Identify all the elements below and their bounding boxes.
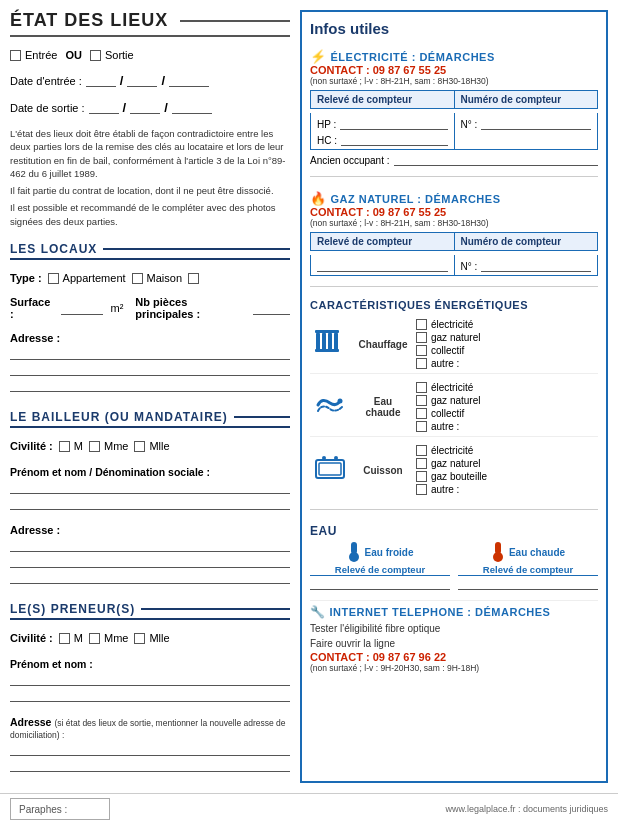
electricite-section: ⚡ ÉLECTRICITÉ : DÉMARCHES CONTACT : 09 8…: [310, 45, 598, 166]
electricite-contact-label: CONTACT : 09 87 67 55 25: [310, 64, 446, 76]
hp-cell: HP : HC :: [311, 113, 455, 149]
date-sortie-row: Date de sortie : / /: [10, 100, 290, 115]
appartement-checkbox[interactable]: [48, 273, 59, 284]
surface-row: Surface : m² Nb pièces principales :: [10, 296, 290, 320]
eau-froide-item: Eau froide Relevé de compteur: [310, 542, 450, 590]
fire-icon: 🔥: [310, 191, 327, 206]
entree-option[interactable]: Entrée: [10, 49, 57, 61]
svg-rect-16: [497, 552, 499, 559]
eauchaude-collectif[interactable]: collectif: [416, 408, 598, 419]
surface-input[interactable]: [61, 302, 102, 315]
chauffage-gaz[interactable]: gaz naturel: [416, 332, 598, 343]
preneur-m-option[interactable]: M: [59, 632, 83, 644]
date-sortie-month[interactable]: [130, 101, 160, 114]
maison-option[interactable]: Maison: [132, 272, 182, 284]
cuisson-elec[interactable]: électricité: [416, 445, 598, 456]
gaz-numero-header: Numéro de compteur: [455, 233, 598, 250]
bailleur-civilite-row: Civilité : M Mme Mlle: [10, 440, 290, 452]
gaz-numero-cell: N° :: [455, 255, 598, 275]
sortie-checkbox[interactable]: [90, 50, 101, 61]
electricite-title: ⚡ ÉLECTRICITÉ : DÉMARCHES: [310, 49, 598, 64]
eau-froide-line: [310, 578, 450, 590]
bailleur-m-option[interactable]: M: [59, 440, 83, 452]
internet-text: Tester l'éligibilité fibre optique Faire…: [310, 621, 598, 651]
sortie-option[interactable]: Sortie: [90, 49, 134, 61]
footer: Paraphes : www.legalplace.fr : documents…: [0, 793, 618, 824]
internet-title: 🔧 INTERNET TELEPHONE : DÉMARCHES: [310, 605, 598, 619]
gaz-non-surtaxe: (non surtaxé ; l-v : 8H-21H, sam : 8H30-…: [310, 218, 598, 228]
maison-checkbox[interactable]: [132, 273, 143, 284]
bailleur-mlle-option[interactable]: Mlle: [134, 440, 169, 452]
cuisson-gaz-bouteille[interactable]: gaz bouteille: [416, 471, 598, 482]
bailleur-adresse-line2: [10, 554, 290, 568]
energie-section: CARACTÉRISTIQUES ÉNERGÉTIQUES Chauffage: [310, 299, 598, 499]
bailleur-mme-option[interactable]: Mme: [89, 440, 128, 452]
numero-cell: N° :: [455, 113, 598, 149]
paraphe-box: Paraphes :: [10, 798, 110, 820]
date-entree-year[interactable]: [169, 74, 209, 87]
eau-chaude-releve: Relevé de compteur: [458, 564, 598, 576]
chauffage-autre[interactable]: autre :: [416, 358, 598, 369]
eau-chaude-row: Eau chaude électricité gaz naturel colle…: [310, 378, 598, 437]
adresse-line2: [10, 362, 290, 376]
locaux-adresse-block: Adresse :: [10, 332, 290, 392]
preneur-nom-line2: [10, 688, 290, 702]
gaz-releve-cell: [311, 255, 455, 275]
preneur-mlle-checkbox[interactable]: [134, 633, 145, 644]
eauchaude-elec[interactable]: électricité: [416, 382, 598, 393]
preneur-mme-checkbox[interactable]: [89, 633, 100, 644]
cuisson-gaz[interactable]: gaz naturel: [416, 458, 598, 469]
energie-section-title: CARACTÉRISTIQUES ÉNERGÉTIQUES: [310, 299, 598, 311]
preneur-nom-line1: [10, 672, 290, 686]
bailleur-m-checkbox[interactable]: [59, 441, 70, 452]
svg-rect-8: [319, 463, 341, 475]
website-label: www.legalplace.fr : documents juridiques: [445, 804, 608, 814]
entree-checkbox[interactable]: [10, 50, 21, 61]
adresse-line1: [10, 346, 290, 360]
bailleur-mme-checkbox[interactable]: [89, 441, 100, 452]
extra-checkbox[interactable]: [188, 273, 199, 284]
appartement-option[interactable]: Appartement: [48, 272, 126, 284]
electricite-counter-table: Relevé de compteur Numéro de compteur: [310, 90, 598, 109]
chauffage-collectif[interactable]: collectif: [416, 345, 598, 356]
nb-pieces-input[interactable]: [253, 302, 290, 315]
chauffage-options: électricité gaz naturel collectif autre …: [416, 319, 598, 369]
svg-point-9: [322, 456, 326, 460]
internet-icon: 🔧: [310, 605, 326, 619]
eau-froide-label: Eau froide: [347, 542, 414, 562]
divider2: [310, 286, 598, 287]
bailleur-adresse-line1: [10, 538, 290, 552]
preneur-nom-block: Prénom et nom :: [10, 658, 290, 702]
bailleur-mlle-checkbox[interactable]: [134, 441, 145, 452]
cuisson-autre[interactable]: autre :: [416, 484, 598, 495]
ancien-occupant: Ancien occupant :: [310, 154, 598, 166]
chauffage-elec[interactable]: électricité: [416, 319, 598, 330]
cuisson-row: Cuisson électricité gaz naturel gaz bout…: [310, 441, 598, 499]
eau-chaude-options: électricité gaz naturel collectif autre …: [416, 382, 598, 432]
svg-rect-13: [353, 552, 355, 559]
svg-rect-4: [315, 330, 339, 333]
section-preneur-title: LE(S) PRENEUR(S): [10, 602, 290, 620]
eauchaude-autre[interactable]: autre :: [416, 421, 598, 432]
date-sortie-year[interactable]: [172, 101, 212, 114]
preneur-mlle-option[interactable]: Mlle: [134, 632, 169, 644]
gaz-counter-data: N° :: [310, 255, 598, 276]
divider1: [310, 176, 598, 177]
eau-title: EAU: [310, 524, 598, 538]
preneur-civilite-row: Civilité : M Mme Mlle: [10, 632, 290, 644]
eauchaude-gaz[interactable]: gaz naturel: [416, 395, 598, 406]
eau-froide-releve: Relevé de compteur: [310, 564, 450, 576]
date-entree-day[interactable]: [86, 74, 116, 87]
date-entree-month[interactable]: [127, 74, 157, 87]
internet-section: 🔧 INTERNET TELEPHONE : DÉMARCHES Tester …: [310, 600, 598, 673]
bailleur-nom-line1: [10, 480, 290, 494]
date-sortie-day[interactable]: [89, 101, 119, 114]
gaz-section: 🔥 GAZ NATUREL : DÉMARCHES CONTACT : 09 8…: [310, 187, 598, 276]
svg-point-10: [334, 456, 338, 460]
preneur-m-checkbox[interactable]: [59, 633, 70, 644]
section-bailleur-title: LE BAILLEUR (OU MANDATAIRE): [10, 410, 290, 428]
date-entree-row: Date d'entrée : / /: [10, 73, 290, 88]
preneur-adresse-block: Adresse (si état des lieux de sortie, me…: [10, 716, 290, 772]
infos-utiles-title: Infos utiles: [310, 20, 598, 37]
preneur-mme-option[interactable]: Mme: [89, 632, 128, 644]
